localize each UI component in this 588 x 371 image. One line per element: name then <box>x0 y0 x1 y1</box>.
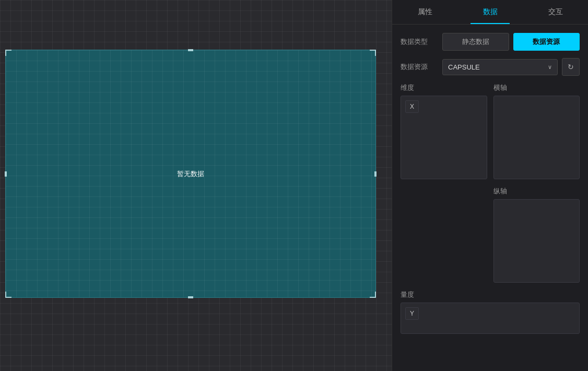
no-data-label: 暂无数据 <box>177 169 204 179</box>
data-type-row: 数据类型 静态数据 数据资源 <box>401 33 580 51</box>
tab-data[interactable]: 数据 <box>457 0 523 24</box>
dimension-box[interactable]: X <box>401 96 487 179</box>
right-panel: 属性 数据 交互 数据类型 静态数据 数据资源 数据资源 CAPSULE ∨ <box>392 0 588 371</box>
data-resource-button[interactable]: 数据资源 <box>513 33 580 51</box>
datasource-selector[interactable]: CAPSULE ∨ <box>442 59 558 75</box>
vertical-axis-box[interactable] <box>493 199 580 283</box>
mid-edge-right <box>374 171 377 177</box>
panel-content: 数据类型 静态数据 数据资源 数据资源 CAPSULE ∨ ↻ <box>392 25 588 371</box>
dimension-axis-grid: 维度 X 横轴 <box>401 83 580 179</box>
datasource-label: 数据资源 <box>401 62 442 72</box>
y-axis-value: Y <box>405 307 419 320</box>
corner-bl <box>5 292 11 298</box>
datasource-row: 数据资源 CAPSULE ∨ ↻ <box>401 58 580 76</box>
x-axis-value: X <box>405 100 419 113</box>
chevron-down-icon: ∨ <box>548 64 552 71</box>
dimension-section: 维度 X <box>401 83 487 179</box>
horizontal-axis-section: 横轴 <box>493 83 580 179</box>
datasource-name: CAPSULE <box>448 63 480 71</box>
tab-bar: 属性 数据 交互 <box>392 0 588 25</box>
tab-interaction[interactable]: 交互 <box>523 0 588 24</box>
canvas-area: 暂无数据 <box>0 0 392 371</box>
empty-section <box>401 187 487 283</box>
chart-container: 暂无数据 <box>5 50 376 298</box>
measure-label: 量度 <box>401 290 580 299</box>
mid-edge-bottom <box>188 296 193 298</box>
corner-tr <box>370 50 376 56</box>
tab-properties[interactable]: 属性 <box>392 0 457 24</box>
measure-section: 量度 Y <box>401 290 580 334</box>
refresh-button[interactable]: ↻ <box>562 58 580 76</box>
vertical-axis-section: 纵轴 <box>493 187 580 283</box>
data-type-controls: 静态数据 数据资源 <box>442 33 580 51</box>
data-type-label: 数据类型 <box>401 37 442 47</box>
refresh-icon: ↻ <box>568 63 574 71</box>
horizontal-axis-box[interactable] <box>493 96 580 179</box>
vertical-axis-grid: 纵轴 <box>401 187 580 283</box>
vertical-axis-label: 纵轴 <box>493 187 580 196</box>
horizontal-axis-label: 横轴 <box>493 83 580 92</box>
static-data-button[interactable]: 静态数据 <box>442 33 509 51</box>
measure-box[interactable]: Y <box>401 303 580 334</box>
corner-br <box>370 292 376 298</box>
mid-edge-top <box>188 49 193 51</box>
corner-tl <box>5 50 11 56</box>
dimension-label: 维度 <box>401 83 487 92</box>
datasource-controls: CAPSULE ∨ ↻ <box>442 58 580 76</box>
mid-edge-left <box>5 171 7 177</box>
